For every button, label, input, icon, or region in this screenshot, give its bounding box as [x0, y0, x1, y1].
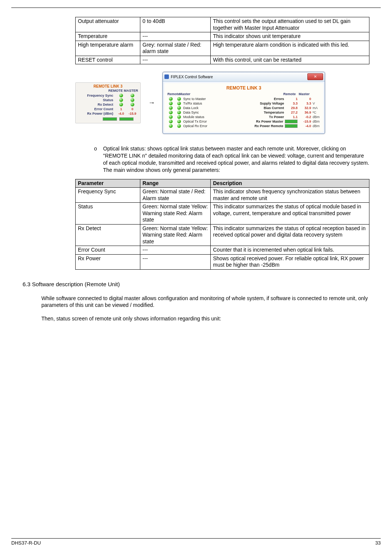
win-right-col: Remote Master Errors10Supply Voltage3.33… [246, 92, 321, 128]
page-footer: DHS37-R-DU 33 [11, 538, 381, 546]
win-right-hdr-remote: Remote [283, 92, 296, 96]
table-cell: This indicator summarizes the status of … [211, 224, 369, 246]
led-icon [119, 103, 123, 106]
win-bar-label: Rx Power Remote [246, 124, 283, 128]
table-cell: This indicator shows frequency synchroni… [211, 188, 369, 203]
led-icon [169, 124, 173, 128]
footer-doc-id: DHS37-R-DU [11, 540, 41, 546]
mini-bar-remote [103, 117, 117, 121]
bar-icon [285, 124, 298, 128]
win-value-remote: 3.3 [286, 102, 298, 105]
win-bar-value: -4.0 [299, 124, 311, 128]
table-cell: This indicator shows unit temperature [211, 32, 369, 41]
win-status-row: Optical Rx Error [167, 124, 242, 128]
led-icon [131, 94, 134, 97]
table-cell: 0 to 40dB [140, 17, 210, 32]
table-cell: Rx Detect [76, 224, 140, 246]
table-cell: This indicator summarizes the status of … [211, 203, 369, 225]
win-value-row: Tx Power1.1-0.2dBm [246, 115, 321, 119]
table-row: High temperature alarmGrey: normal state… [76, 41, 369, 56]
table-cell: Rx Power [76, 254, 140, 269]
win-bar-row: Rx Power Remote-4.0dBm [246, 124, 321, 128]
table-cell: Status [76, 203, 140, 225]
win-status-row: Optical Tx Error [167, 119, 242, 124]
page-top-rule [11, 8, 381, 8]
win-value-row: Errors10 [246, 97, 321, 101]
mini-title: REMOTE LINK 3 [76, 83, 140, 89]
win-value-master: 0 [299, 97, 311, 101]
win-bar-unit: dBm [313, 124, 321, 128]
table-cell: Grey: normal state / Red: alarm state [140, 41, 210, 56]
win-value-row: Bias Current29.832.9mA [246, 106, 321, 110]
close-icon[interactable]: ✕ [307, 73, 323, 80]
mini-lbl-freq: Frequency Sync [78, 94, 115, 97]
para-1: While software connected to digital mast… [41, 295, 369, 308]
table-cell: Frequency Sync [76, 188, 140, 203]
win-status-label: Data Lock [183, 106, 199, 110]
win-value-remote: 27.2 [286, 111, 298, 114]
table-cell: Shows optical received power. For reliab… [211, 254, 369, 269]
bullet-text: Optical link status: shows optical link … [103, 145, 369, 174]
win-value-label: Errors [246, 97, 284, 101]
win-value-unit: dBm [313, 115, 321, 119]
window-titlebar: FIPLEX Control Software ✕ [163, 72, 325, 82]
win-value-label: Tx Power [246, 115, 284, 119]
table-row: Output attenuator0 to 40dBThis control s… [76, 17, 369, 32]
win-bar-label: Rx Power Master [246, 120, 283, 123]
table-cell: High temperature alarm [76, 41, 140, 56]
win-status-row: Data Sync [167, 110, 242, 115]
para-2: Then, status screen of remote unit only … [41, 315, 369, 322]
window-body: REMOTE LINK 3 RemoteMaster Sync to Maste… [164, 83, 323, 132]
table-row: Rx Power---Shows optical received power.… [76, 254, 369, 269]
bar-icon [285, 120, 298, 123]
led-icon [177, 120, 181, 123]
win-status-label: Optical Tx Error [183, 120, 207, 123]
mini-err-remote: 1 [115, 107, 127, 111]
win-status-row: Tx/Rx status [167, 101, 242, 106]
table-cell: This control sets the output attenuation… [211, 17, 369, 32]
led-icon [177, 102, 181, 105]
mini-rxp-remote: -4.0 [115, 112, 127, 115]
table-cell: Green: Normal state / Red: Alarm state [140, 188, 210, 203]
arrow-icon: → [148, 99, 155, 107]
mini-bar-master [119, 117, 134, 121]
led-icon [177, 111, 181, 114]
win-left-col: RemoteMaster Sync to MasterTx/Rx statusD… [167, 92, 242, 128]
win-value-unit: V [313, 102, 321, 105]
win-value-remote: 1.1 [286, 115, 298, 119]
table-cell: --- [140, 32, 210, 41]
table-settings: Output attenuator0 to 40dBThis control s… [75, 17, 369, 64]
table-cell: RESET control [76, 56, 140, 64]
table-cell: Error Count [76, 246, 140, 255]
win-value-row: Supply Voltage3.33.3V [246, 101, 321, 106]
table-row: RESET control---With this control, unit … [76, 56, 369, 64]
win-status-label: Sync to Master [183, 97, 206, 101]
win-left-hdr-master: Master [179, 92, 191, 96]
table-optical-params: Parameter Range Description Frequency Sy… [75, 179, 369, 270]
led-icon [169, 115, 173, 119]
win-value-label: Temperature [246, 111, 284, 114]
win-value-label: Supply Voltage [246, 102, 284, 105]
table-cell: Output attenuator [76, 17, 140, 32]
win-status-label: Optical Rx Error [183, 124, 207, 128]
win-value-unit: ºC [313, 111, 321, 114]
led-icon [131, 98, 134, 102]
led-icon [169, 111, 173, 114]
table-cell: --- [140, 56, 210, 64]
led-icon [131, 103, 134, 106]
win-right-hdr-master: Master [299, 92, 310, 96]
led-icon [169, 106, 173, 110]
t2-head-range: Range [140, 179, 210, 188]
table-cell: --- [140, 254, 210, 269]
table-row: Frequency SyncGreen: Normal state / Red:… [76, 188, 369, 203]
mini-lbl-rx: Rx Detect [78, 103, 115, 106]
win-value-master: 36.9 [299, 111, 311, 114]
remote-link-mini-panel: REMOTE LINK 3 REMOTE MASTER Frequency Sy… [75, 82, 141, 123]
table-cell: Temperature [76, 32, 140, 41]
win-value-row: Temperature27.236.9ºC [246, 110, 321, 115]
led-icon [169, 120, 173, 123]
led-icon [169, 97, 173, 101]
win-status-label: Tx/Rx status [183, 102, 202, 105]
mini-lbl-rxp: Rx Power (dBm) [78, 112, 115, 115]
window-title: FIPLEX Control Software [171, 75, 213, 79]
